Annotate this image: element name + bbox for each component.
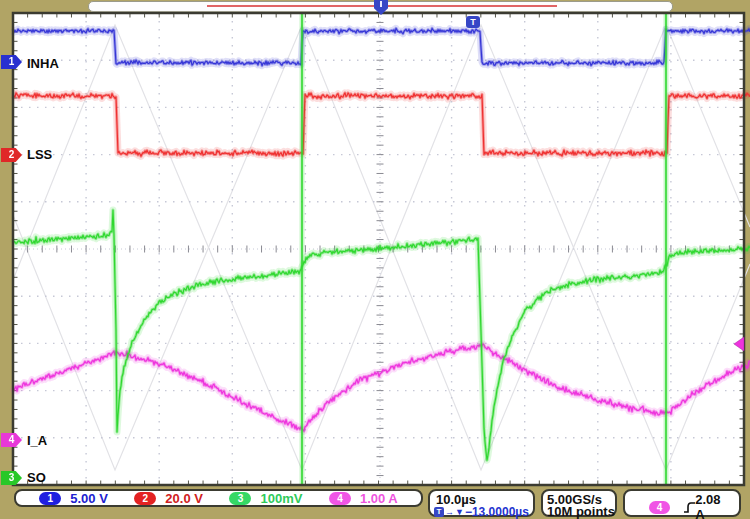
trigger-delay-readout: T→▼−13.0000µs [434,505,529,519]
ch4-badge: 4 [329,492,351,505]
ch1-badge: 1 [39,492,61,505]
ch2-scale: 20.0 V [165,491,203,506]
record-length: 10M points [547,504,615,519]
triangle-down-icon: ▼ [455,507,464,517]
trigger-source-badge: 4 [649,501,670,514]
acquisition-readout-box[interactable]: 5.00GS/s 10M points [541,489,617,517]
delay-value: −13.0000µs [465,505,529,519]
ch2-readout[interactable]: 2 20.0 V [134,491,203,506]
trigger-readout-box[interactable]: 4 2.08 A [623,489,741,517]
horizontal-readout-box[interactable]: 10.0µs T→▼−13.0000µs [428,489,535,517]
ch1-readout[interactable]: 1 5.00 V [39,491,108,506]
rising-edge-slope-icon [683,501,695,514]
ch3-badge: 3 [229,492,251,505]
ch4-readout[interactable]: 4 1.00 A [329,491,398,506]
ch2-badge: 2 [134,492,156,505]
oscilloscope-screen: T 1 2 4 3 INHA LSS I_A SO 1 5.00 V 2 20.… [0,0,750,519]
ch3-scale: 100mV [260,491,302,506]
ch1-scale: 5.00 V [70,491,108,506]
ch3-label: SO [27,471,46,485]
trigger-level: 2.08 A [695,492,731,519]
channel-scale-readout-box[interactable]: 1 5.00 V 2 20.0 V 3 100mV 4 1.00 A [14,489,423,507]
arrow-right-icon: → [445,507,454,517]
flag-slit-icon [380,1,382,7]
waveform-display [0,0,750,519]
ch2-label: LSS [27,148,52,162]
trigger-point-badge: T [466,16,480,28]
ch4-label: I_A [27,434,47,448]
ch4-scale: 1.00 A [360,491,398,506]
ch3-readout[interactable]: 3 100mV [229,491,302,506]
ch1-label: INHA [27,57,59,71]
trigger-t-icon: T [434,507,444,517]
